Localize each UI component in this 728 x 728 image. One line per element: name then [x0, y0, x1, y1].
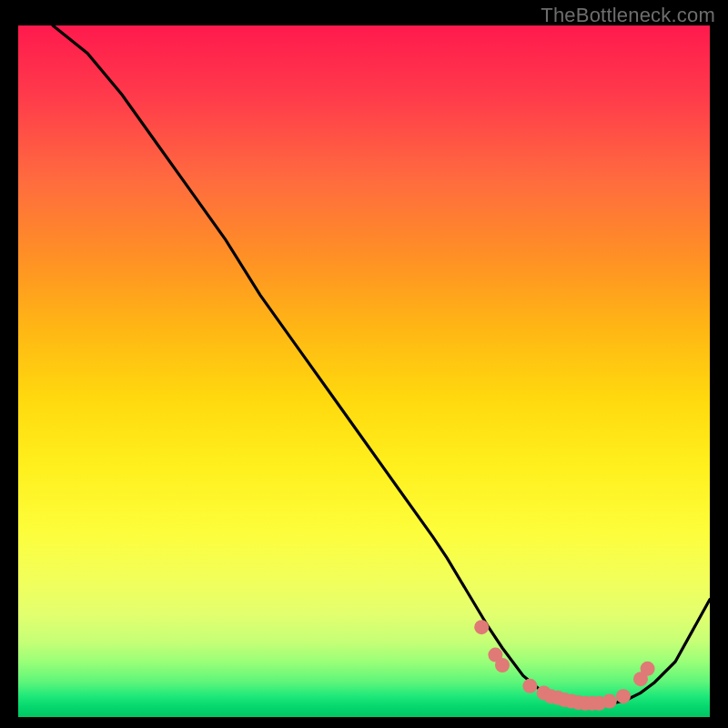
- highlight-dots: [474, 620, 654, 711]
- highlight-dot: [616, 689, 631, 703]
- attribution-text: TheBottleneck.com: [541, 4, 715, 27]
- bottleneck-curve: [53, 25, 710, 704]
- highlight-dot: [474, 620, 489, 634]
- highlight-dot: [602, 694, 617, 709]
- highlight-dot: [641, 662, 655, 676]
- curve-layer: [18, 25, 710, 717]
- chart-frame: TheBottleneck.com: [0, 0, 728, 728]
- highlight-dot: [495, 658, 510, 672]
- plot-area: [18, 25, 710, 717]
- highlight-dot: [522, 679, 537, 693]
